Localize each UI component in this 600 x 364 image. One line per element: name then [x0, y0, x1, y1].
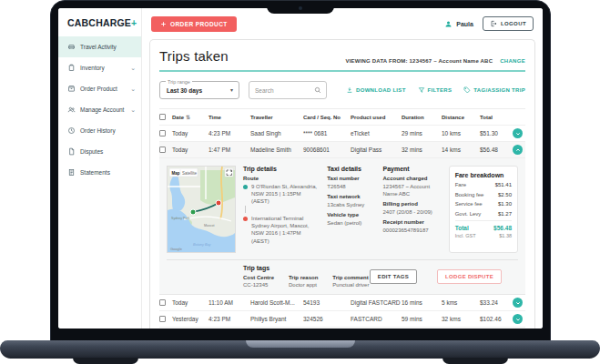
logout-label: LOGOUT — [501, 21, 526, 26]
filters-button[interactable]: FILTERS — [418, 86, 453, 94]
chevron-down-icon: ⌄ — [130, 86, 136, 92]
billing-period-value: 2407 (20/08 - 20/09) — [383, 208, 442, 216]
search-icon — [314, 86, 321, 94]
title-divider — [159, 70, 525, 72]
sidebar-item-label: Manage Account — [80, 106, 126, 113]
select-all-checkbox[interactable] — [159, 114, 166, 120]
sidebar-item-label: Statements — [80, 169, 136, 176]
order-product-label: ORDER PRODUCT — [170, 21, 228, 27]
cell-total: $56.48 — [480, 147, 513, 153]
chevron-up-icon — [514, 147, 522, 154]
cell-date: Yesterday — [172, 316, 208, 322]
download-list-button[interactable]: DOWNLOAD LIST — [346, 86, 406, 94]
account-charged-value: 1234567 ~ Account Name ABC — [383, 183, 442, 197]
pickup-address: 9 O'Riordan St, Alexandria, NSW 2015 | 1… — [251, 183, 320, 205]
person-icon — [444, 20, 453, 28]
fare-breakdown-title: Fare breakdown — [455, 172, 512, 178]
row-checkbox[interactable] — [159, 316, 166, 322]
taxi-number-value: T26548 — [327, 183, 375, 190]
table-header-row: Date⇅ Time Traveller Card / Seq. No Prod… — [159, 109, 525, 126]
search-box — [249, 81, 327, 99]
row-checkbox[interactable] — [159, 299, 166, 306]
logout-icon — [490, 20, 497, 27]
tag-assign-trip-label: TAG/ASSIGN TRIP — [473, 87, 525, 93]
cell-date: Today — [172, 299, 208, 306]
cost-centre: Cost Centre CC-12345 — [243, 275, 274, 288]
logout-button[interactable]: LOGOUT — [483, 16, 534, 31]
cell-distance: 10 kms — [442, 130, 480, 136]
expand-row-button[interactable] — [513, 314, 523, 324]
collapse-row-button[interactable] — [513, 145, 523, 155]
map-toggle-map[interactable]: Map — [172, 171, 180, 176]
trip-map[interactable]: Sydney Park Mascot Botany Bay Map Satell… — [167, 166, 236, 253]
sort-icon[interactable]: ⇅ — [186, 115, 190, 120]
trip-details-section: Trip details Route 9 O'Riordan St, Alexa… — [243, 166, 320, 253]
trip-tags-title: Trip tags — [243, 265, 369, 271]
expand-row-button[interactable] — [513, 298, 523, 308]
laptop-foot — [73, 358, 138, 364]
sidebar-item-disputes[interactable]: Disputes — [58, 141, 141, 162]
chevron-down-icon: ⌄ — [130, 65, 136, 71]
sidebar-item-travel-activity[interactable]: Travel Activity — [58, 36, 141, 57]
account-charged-label: Account charged — [383, 176, 442, 181]
sidebar-item-manage-account[interactable]: Manage Account ⌄ — [58, 99, 141, 120]
column-header-card: Card / Seq. No — [303, 115, 351, 120]
sidebar-item-order-history[interactable]: Order History — [58, 120, 141, 141]
cell-time: 11:10 AM — [208, 299, 250, 306]
statement-icon — [67, 168, 76, 177]
search-input[interactable] — [255, 82, 311, 98]
sidebar-item-label: Travel Activity — [80, 44, 136, 50]
cell-total: $51.30 — [480, 130, 513, 136]
column-header-distance: Distance — [442, 115, 480, 120]
cell-card: 90068601 — [303, 147, 351, 153]
fare-total-row: Total$56.48 — [455, 220, 512, 231]
cell-duration: 32 mins — [402, 147, 442, 153]
cell-time: 1:47 PM — [208, 147, 250, 153]
row-checkbox[interactable] — [159, 147, 166, 153]
receipt-number-value: 000023654789187 — [383, 227, 442, 234]
change-account-link[interactable]: CHANGE — [500, 58, 525, 64]
laptop-screen: CABCHARGE+ Travel Activity Inventory ⌄ O… — [50, 0, 551, 342]
trip-range-select[interactable]: Trip range Last 30 days ▾ — [159, 81, 239, 99]
user-menu[interactable]: Paula — [444, 20, 473, 28]
people-icon — [67, 106, 76, 114]
order-product-button[interactable]: ORDER PRODUCT — [151, 16, 237, 32]
viewing-data-label: VIEWING DATA FROM: 1234567 ~ Account Nam… — [346, 58, 493, 64]
logo-plus: + — [131, 17, 137, 28]
row-checkbox[interactable] — [159, 130, 166, 136]
fare-row: Service fee$1.30 — [455, 201, 512, 207]
chevron-down-icon — [514, 299, 522, 307]
cell-time: 4:23 PM — [208, 316, 250, 322]
expand-row-button[interactable] — [513, 128, 523, 138]
laptop-notch — [267, 1, 334, 14]
vehicle-type-label: Vehicle type — [327, 212, 375, 217]
trip-comment: Trip comment Punctual driver — [332, 275, 369, 288]
column-header-traveller: Traveller — [250, 115, 303, 120]
column-header-date: Date — [172, 115, 184, 120]
sidebar-item-statements[interactable]: Statements — [58, 162, 141, 183]
filter-icon — [418, 86, 425, 94]
download-list-label: DOWNLOAD LIST — [356, 87, 406, 93]
pickup-stop: 9 O'Riordan St, Alexandria, NSW 2015 | 1… — [243, 183, 320, 205]
column-header-duration: Duration — [402, 115, 442, 120]
table-row: Yesterday 4:23 PM Phillys Bryant 324526 … — [159, 311, 525, 328]
lodge-dispute-button[interactable]: LODGE DISPUTE — [437, 269, 502, 284]
sidebar-item-order-product[interactable]: Order Product ⌄ — [58, 78, 141, 99]
tag-assign-trip-button[interactable]: TAG/ASSIGN TRIP — [463, 86, 525, 94]
map-toggle-satellite[interactable]: Satellite — [182, 171, 198, 176]
fare-row: Govt. Levy$1.27 — [455, 211, 512, 217]
cell-card: **** 0681 — [303, 130, 351, 136]
trip-detail-panel: Sydney Park Mascot Botany Bay Map Satell… — [159, 158, 525, 295]
cell-date: Today — [172, 147, 208, 153]
sidebar-item-inventory[interactable]: Inventory ⌄ — [58, 57, 141, 78]
webcam-icon — [299, 6, 302, 10]
column-header-product: Product used — [351, 115, 402, 120]
route-connector — [245, 206, 246, 213]
cell-duration: 59 mins — [402, 316, 442, 322]
edit-tags-button[interactable]: EDIT TAGS — [370, 269, 417, 284]
document-icon — [67, 147, 76, 156]
table-row: Today 4:23 PM Saad Singh **** 0681 eTick… — [159, 126, 525, 142]
taxi-network-value: 13cabs Sydney — [327, 201, 375, 208]
cell-traveller: Harold Scott-M... — [250, 299, 303, 306]
trip-reason: Trip reason Doctor appt — [289, 275, 318, 288]
